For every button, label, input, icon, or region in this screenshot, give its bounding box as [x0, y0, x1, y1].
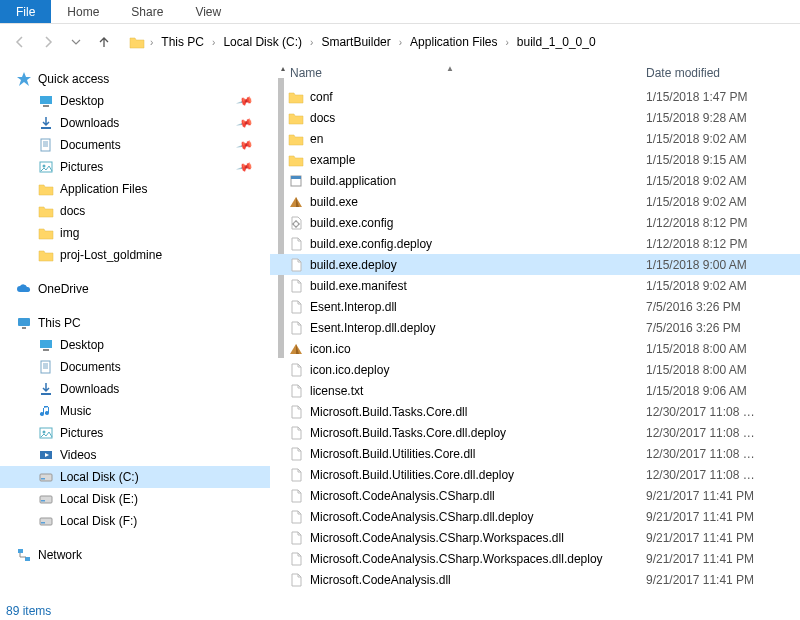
network-icon — [16, 547, 32, 563]
svg-rect-20 — [41, 522, 45, 524]
up-button[interactable] — [92, 30, 116, 54]
svg-rect-8 — [40, 340, 52, 348]
folder-icon — [38, 225, 54, 241]
breadcrumb-item[interactable]: Local Disk (C:) — [219, 33, 306, 51]
sidebar-item-label: Videos — [60, 448, 96, 462]
sidebar-item[interactable]: Local Disk (E:) — [0, 488, 270, 510]
column-name[interactable]: Name ▲ — [286, 66, 646, 80]
documents-icon — [38, 359, 54, 375]
file-row[interactable]: Esent.Interop.dll7/5/2016 3:26 PM — [270, 296, 800, 317]
folder-icon — [38, 181, 54, 197]
pin-icon: 📌 — [236, 158, 255, 176]
file-row[interactable]: conf1/15/2018 1:47 PM — [270, 86, 800, 107]
sidebar-item-label: Music — [60, 404, 91, 418]
sidebar-item-label: Desktop — [60, 94, 104, 108]
file-row[interactable]: Microsoft.CodeAnalysis.CSharp.dll.deploy… — [270, 506, 800, 527]
svg-rect-7 — [22, 327, 26, 329]
disk-icon — [38, 491, 54, 507]
svg-rect-22 — [25, 557, 30, 561]
file-date: 1/15/2018 9:06 AM — [646, 384, 786, 398]
sidebar-item[interactable]: img — [0, 222, 270, 244]
sidebar-item[interactable]: Documents — [0, 356, 270, 378]
file-row[interactable]: en1/15/2018 9:02 AM — [270, 128, 800, 149]
tab-share[interactable]: Share — [115, 0, 179, 23]
file-row[interactable]: Microsoft.Build.Utilities.Core.dll.deplo… — [270, 464, 800, 485]
svg-rect-1 — [43, 105, 49, 107]
column-date[interactable]: Date modified — [646, 66, 766, 80]
back-button[interactable] — [8, 30, 32, 54]
folder-icon — [286, 110, 306, 126]
file-row[interactable]: Microsoft.Build.Utilities.Core.dll12/30/… — [270, 443, 800, 464]
file-row[interactable]: build.exe1/15/2018 9:02 AM — [270, 191, 800, 212]
file-icon — [286, 236, 306, 252]
sidebar-quick-access[interactable]: Quick access — [0, 68, 270, 90]
forward-button[interactable] — [36, 30, 60, 54]
file-row[interactable]: build.exe.config.deploy1/12/2018 8:12 PM — [270, 233, 800, 254]
disk-icon — [38, 469, 54, 485]
file-row[interactable]: docs1/15/2018 9:28 AM — [270, 107, 800, 128]
file-row[interactable]: build.exe.deploy1/15/2018 9:00 AM — [270, 254, 800, 275]
sidebar-network[interactable]: Network — [0, 544, 270, 566]
sidebar-item[interactable]: Music — [0, 400, 270, 422]
sidebar-onedrive[interactable]: OneDrive — [0, 278, 270, 300]
music-icon — [38, 403, 54, 419]
tab-view[interactable]: View — [179, 0, 237, 23]
file-icon — [286, 425, 306, 441]
sidebar-item[interactable]: Application Files — [0, 178, 270, 200]
file-row[interactable]: Microsoft.CodeAnalysis.CSharp.Workspaces… — [270, 527, 800, 548]
file-row[interactable]: Microsoft.Build.Tasks.Core.dll.deploy12/… — [270, 422, 800, 443]
sidebar-item[interactable]: Pictures — [0, 422, 270, 444]
sidebar-item[interactable]: Documents📌 — [0, 134, 270, 156]
file-date: 7/5/2016 3:26 PM — [646, 321, 786, 335]
file-row[interactable]: build.exe.config1/12/2018 8:12 PM — [270, 212, 800, 233]
breadcrumb-item[interactable]: This PC — [157, 33, 208, 51]
sidebar-item[interactable]: Downloads📌 — [0, 112, 270, 134]
file-row[interactable]: Microsoft.Build.Tasks.Core.dll12/30/2017… — [270, 401, 800, 422]
sidebar-item[interactable]: docs — [0, 200, 270, 222]
file-name: Esent.Interop.dll — [306, 300, 646, 314]
sidebar-item[interactable]: Desktop📌 — [0, 90, 270, 112]
file-row[interactable]: Esent.Interop.dll.deploy7/5/2016 3:26 PM — [270, 317, 800, 338]
sidebar-item[interactable]: Local Disk (F:) — [0, 510, 270, 532]
file-row[interactable]: Microsoft.CodeAnalysis.CSharp.dll9/21/20… — [270, 485, 800, 506]
star-icon — [16, 71, 32, 87]
folder-icon — [38, 203, 54, 219]
file-row[interactable]: icon.ico.deploy1/15/2018 8:00 AM — [270, 359, 800, 380]
column-label: Name — [290, 66, 322, 80]
breadcrumb-item[interactable]: SmartBuilder — [317, 33, 394, 51]
file-row[interactable]: Microsoft.CodeAnalysis.CSharp.Workspaces… — [270, 548, 800, 569]
file-row[interactable]: license.txt1/15/2018 9:06 AM — [270, 380, 800, 401]
file-name: build.exe.deploy — [306, 258, 646, 272]
tab-home[interactable]: Home — [51, 0, 115, 23]
sidebar-item[interactable]: Videos — [0, 444, 270, 466]
file-row[interactable]: build.exe.manifest1/15/2018 9:02 AM — [270, 275, 800, 296]
breadcrumb-item[interactable]: Application Files — [406, 33, 501, 51]
file-row[interactable]: icon.ico1/15/2018 8:00 AM — [270, 338, 800, 359]
file-date: 1/15/2018 9:28 AM — [646, 111, 786, 125]
sidebar-item[interactable]: Downloads — [0, 378, 270, 400]
file-name: Microsoft.CodeAnalysis.CSharp.dll.deploy — [306, 510, 646, 524]
sidebar-item[interactable]: Local Disk (C:) — [0, 466, 270, 488]
file-name: icon.ico — [306, 342, 646, 356]
file-name: license.txt — [306, 384, 646, 398]
pin-icon: 📌 — [236, 92, 255, 110]
column-headers: Name ▲ Date modified — [270, 60, 800, 86]
file-date: 9/21/2017 11:41 PM — [646, 510, 786, 524]
file-date: 1/15/2018 9:15 AM — [646, 153, 786, 167]
file-row[interactable]: Microsoft.CodeAnalysis.dll9/21/2017 11:4… — [270, 569, 800, 590]
svg-rect-24 — [291, 176, 301, 179]
file-row[interactable]: build.application1/15/2018 9:02 AM — [270, 170, 800, 191]
sidebar-this-pc[interactable]: This PC — [0, 312, 270, 334]
sidebar-item[interactable]: Desktop — [0, 334, 270, 356]
file-icon — [286, 530, 306, 546]
sidebar-item[interactable]: Pictures📌 — [0, 156, 270, 178]
downloads-icon — [38, 115, 54, 131]
file-tab[interactable]: File — [0, 0, 51, 23]
file-row[interactable]: example1/15/2018 9:15 AM — [270, 149, 800, 170]
sidebar-item-label: Local Disk (E:) — [60, 492, 138, 506]
breadcrumb-item[interactable]: build_1_0_0_0 — [513, 33, 600, 51]
recent-dropdown[interactable] — [64, 30, 88, 54]
sidebar-item[interactable]: proj-Lost_goldmine — [0, 244, 270, 266]
file-date: 1/15/2018 1:47 PM — [646, 90, 786, 104]
breadcrumb[interactable]: › This PC › Local Disk (C:) › SmartBuild… — [128, 33, 600, 51]
